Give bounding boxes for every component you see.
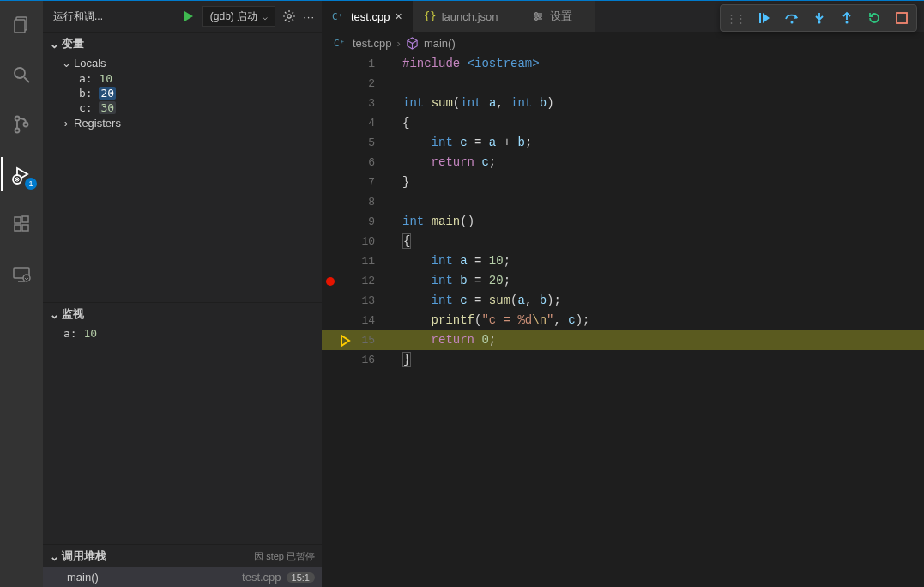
scope-registers-label: Registers — [74, 117, 121, 130]
editor-tab[interactable]: C⁺ test.cpp × — [322, 1, 413, 32]
debug-badge: 1 — [25, 178, 37, 190]
restart-button[interactable] — [865, 7, 884, 29]
callstack-status: 因 step 已暂停 — [254, 550, 315, 563]
svg-point-5 — [15, 129, 20, 133]
step-over-button[interactable] — [782, 7, 801, 29]
svg-rect-1 — [15, 20, 25, 33]
section-variables: ⌄ 变量 ⌄ Locals a: 10 b: 20 c: 30 › — [43, 32, 322, 302]
breakpoint-icon[interactable] — [326, 277, 335, 286]
frame-file: test.cpp — [242, 571, 281, 584]
activity-run-debug[interactable]: 1 — [1, 157, 42, 191]
chevron-right-icon: › — [397, 37, 401, 50]
svg-rect-11 — [22, 225, 28, 231]
editor-tab[interactable]: {} launch.json × — [413, 1, 521, 32]
svg-rect-25 — [897, 13, 907, 23]
breadcrumb-symbol: main() — [424, 37, 456, 50]
section-watch-label: 监视 — [62, 306, 84, 322]
symbol-method-icon — [406, 37, 419, 50]
activity-bar: 1 — [0, 1, 43, 587]
debug-toolbar[interactable]: ⋮⋮ — [720, 4, 917, 32]
svg-point-33 — [534, 18, 537, 21]
editor-code[interactable]: 1#include <iostream> 2 3int sum(int a, i… — [322, 54, 924, 370]
scope-locals-label: Locals — [74, 57, 106, 70]
svg-rect-9 — [15, 217, 21, 223]
sidebar-title: 运行和调... — [50, 9, 175, 24]
cpp-file-icon: C⁺ — [334, 36, 347, 50]
continue-button[interactable] — [755, 7, 774, 29]
breadcrumb[interactable]: C⁺ test.cpp › main() — [322, 32, 924, 54]
chevron-down-icon: ⌄ — [50, 550, 58, 563]
variable-row[interactable]: a: 10 — [62, 71, 313, 86]
close-icon[interactable]: × — [396, 9, 402, 23]
section-callstack-label: 调用堆栈 — [62, 548, 106, 564]
frame-line: 15:1 — [287, 572, 315, 583]
svg-rect-12 — [22, 216, 28, 222]
section-callstack: ⌄ 调用堆栈 因 step 已暂停 main() test.cpp 15:1 — [43, 544, 322, 587]
svg-rect-10 — [15, 225, 21, 231]
scope-locals[interactable]: ⌄ Locals — [62, 55, 313, 71]
svg-point-32 — [538, 15, 541, 18]
gear-icon[interactable] — [282, 9, 296, 23]
tab-label: 设置 — [550, 9, 572, 24]
svg-point-22 — [818, 21, 821, 24]
start-debug-icon[interactable] — [182, 9, 196, 23]
settings-icon — [531, 9, 545, 23]
svg-point-17 — [287, 15, 291, 18]
svg-marker-19 — [763, 13, 770, 23]
launch-config-select[interactable]: (gdb) 启动 ⌵ — [202, 6, 275, 27]
step-into-button[interactable] — [810, 7, 829, 29]
tab-label: test.cpp — [351, 10, 390, 23]
activity-extensions[interactable] — [1, 207, 42, 241]
svg-text:C⁺: C⁺ — [334, 38, 345, 49]
stop-button[interactable] — [892, 7, 911, 29]
callstack-frame[interactable]: main() test.cpp 15:1 — [43, 567, 322, 587]
cpp-file-icon: C⁺ — [332, 9, 346, 23]
activity-remote[interactable] — [1, 257, 42, 291]
watch-row[interactable]: a: 10 — [43, 325, 322, 342]
section-watch-header[interactable]: ⌄ 监视 — [43, 303, 322, 325]
activity-explorer[interactable] — [1, 8, 42, 42]
svg-marker-35 — [341, 336, 349, 346]
breadcrumb-file: test.cpp — [353, 37, 392, 50]
chevron-down-icon: ⌄ — [50, 38, 58, 51]
execution-pointer-icon — [341, 335, 353, 347]
editor-tab[interactable]: 设置 × — [521, 1, 595, 32]
svg-line-3 — [24, 77, 29, 82]
svg-point-15 — [23, 275, 30, 281]
activity-search[interactable] — [1, 57, 42, 92]
chevron-down-icon: ⌄ — [50, 308, 58, 321]
svg-point-4 — [15, 117, 20, 121]
chevron-down-icon: ⌵ — [263, 12, 268, 21]
sidebar-header: 运行和调... (gdb) 启动 ⌵ ··· — [43, 1, 322, 32]
svg-point-31 — [534, 13, 537, 15]
svg-text:{}: {} — [424, 10, 436, 22]
variable-row[interactable]: c: 30 — [62, 100, 313, 115]
more-icon[interactable]: ··· — [303, 10, 315, 23]
svg-marker-16 — [184, 11, 193, 21]
section-variables-label: 变量 — [62, 36, 84, 51]
chevron-right-icon: › — [62, 117, 70, 130]
drag-handle-icon[interactable]: ⋮⋮ — [726, 12, 745, 25]
svg-point-20 — [791, 21, 794, 24]
step-out-button[interactable] — [837, 7, 856, 29]
variable-row[interactable]: b: 20 — [62, 86, 313, 100]
section-watch: ⌄ 监视 a: 10 — [43, 302, 322, 544]
chevron-down-icon: ⌄ — [62, 57, 70, 70]
svg-point-6 — [24, 123, 28, 127]
editor-area: ⋮⋮ C⁺ test.cpp × {} launch.json × 设置 — [322, 1, 924, 587]
frame-func: main() — [67, 571, 242, 584]
activity-source-control[interactable] — [1, 107, 42, 142]
tab-label: launch.json — [442, 10, 498, 23]
sidebar-panel: 运行和调... (gdb) 启动 ⌵ ··· ⌄ 变量 ⌄ Locals — [43, 1, 322, 587]
svg-point-2 — [15, 68, 25, 78]
json-file-icon: {} — [423, 9, 437, 23]
section-variables-header[interactable]: ⌄ 变量 — [43, 33, 322, 55]
section-callstack-header[interactable]: ⌄ 调用堆栈 因 step 已暂停 — [43, 545, 322, 567]
svg-point-24 — [846, 21, 849, 24]
launch-config-label: (gdb) 启动 — [210, 9, 257, 24]
svg-text:C⁺: C⁺ — [332, 11, 343, 22]
scope-registers[interactable]: › Registers — [62, 115, 313, 131]
svg-rect-18 — [759, 13, 761, 23]
